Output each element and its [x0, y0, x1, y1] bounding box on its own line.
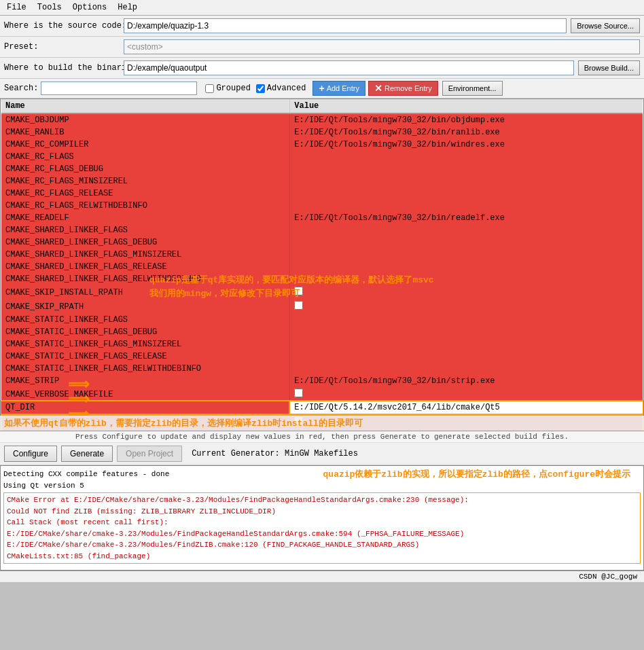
cell-value[interactable]: E:/IDE/Qt/Tools/mingw730_32/bin/windres.… — [290, 139, 643, 151]
cell-value[interactable] — [290, 249, 643, 261]
cell-value[interactable] — [290, 273, 643, 285]
table-row[interactable]: CMAKE_RC_FLAGS_MINSIZEREL — [1, 175, 643, 187]
search-input[interactable] — [41, 82, 197, 95]
log-line-6: E:/IDE/CMake/share/cmake-3.23/Modules/Fi… — [7, 528, 637, 540]
cell-value[interactable] — [290, 363, 643, 375]
table-row[interactable]: CMAKE_SHARED_LINKER_FLAGS — [1, 224, 643, 236]
grouped-checkbox[interactable] — [205, 84, 214, 93]
remove-entry-button[interactable]: ✕ Remove Entry — [368, 81, 438, 96]
advanced-checkbox[interactable] — [256, 84, 265, 93]
log-line-2: Using Qt version 5 — [3, 480, 641, 492]
open-project-button: Open Project — [117, 446, 182, 462]
table-row[interactable]: CMAKE_STATIC_LINKER_FLAGS_RELEASE — [1, 350, 643, 363]
remove-icon: ✕ — [374, 83, 382, 94]
log-container[interactable]: Detecting CXX compile features - done Us… — [0, 465, 644, 571]
table-row[interactable]: CMAKE_SHARED_LINKER_FLAGS_MINSIZEREL — [1, 249, 643, 261]
table-row[interactable]: CMAKE_STATIC_LINKER_FLAGS — [1, 314, 643, 326]
table-row[interactable]: CMAKE_STATIC_LINKER_FLAGS_MINSIZEREL — [1, 338, 643, 350]
cell-value[interactable]: E:/IDE/Qt/Tools/mingw730_32/bin/strip.ex… — [290, 375, 643, 387]
environment-button[interactable]: Environment... — [442, 81, 503, 96]
cell-value[interactable]: E:/IDE/Qt/Tools/mingw730_32/bin/objdump.… — [290, 113, 643, 126]
remove-entry-label: Remove Entry — [384, 84, 432, 92]
menu-tools[interactable]: Tools — [32, 1, 67, 14]
cell-name: CMAKE_STATIC_LINKER_FLAGS_RELWITHDEBINFO — [1, 363, 290, 375]
table-row[interactable]: CMAKE_READELFE:/IDE/Qt/Tools/mingw730_32… — [1, 212, 643, 224]
cell-value[interactable] — [290, 236, 643, 249]
cell-value[interactable] — [290, 285, 643, 300]
cell-name: CMAKE_VERBOSE_MAKEFILE — [1, 387, 290, 401]
cell-value[interactable] — [290, 224, 643, 236]
log-line-7: E:/IDE/CMake/share/cmake-3.23/Modules/Fi… — [7, 539, 637, 551]
col-value-header: Value — [290, 99, 643, 113]
cell-name: CMAKE_RC_FLAGS_MINSIZEREL — [1, 175, 290, 187]
browse-source-button[interactable]: Browse Source... — [571, 18, 640, 33]
cell-value[interactable] — [290, 200, 643, 212]
table-row[interactable]: CMAKE_RC_FLAGS_RELEASE — [1, 187, 643, 200]
cell-name: CMAKE_SHARED_LINKER_FLAGS_RELEASE — [1, 261, 290, 273]
log-line-4: Could NOT find ZLIB (missing: ZLIB_LIBRA… — [7, 506, 637, 518]
cell-value[interactable] — [290, 187, 643, 200]
statusbar: CSDN @JC_gogw — [0, 571, 644, 582]
cell-value[interactable] — [290, 387, 643, 401]
table-row[interactable]: CMAKE_RANLIBE:/IDE/Qt/Tools/mingw730_32/… — [1, 126, 643, 139]
table-row[interactable]: CMAKE_RC_FLAGS_DEBUG — [1, 163, 643, 175]
cell-name: QUAZIP_INSTALL — [1, 429, 290, 431]
cell-name: CMAKE_RC_COMPILER — [1, 139, 290, 151]
statusbar-text: CSDN @JC_gogw — [579, 573, 637, 581]
table-row[interactable]: CMAKE_STATIC_LINKER_FLAGS_RELWITHDEBINFO — [1, 363, 643, 375]
cell-value[interactable] — [290, 314, 643, 326]
cell-value[interactable] — [290, 175, 643, 187]
menu-options[interactable]: Options — [67, 1, 112, 14]
cell-value[interactable]: E:/IDE/Qt/Tools/mingw730_32/bin/ranlib.e… — [290, 126, 643, 139]
preset-input[interactable] — [124, 39, 640, 54]
cell-name: CMAKE_SKIP_INSTALL_RPATH — [1, 285, 290, 300]
table-row[interactable]: QT_DIRE:/IDE/Qt/5.14.2/msvc2017_64/lib/c… — [1, 401, 643, 414]
advanced-label: Advanced — [267, 84, 306, 93]
cell-value[interactable] — [290, 151, 643, 163]
cell-name: CMAKE_STRIP — [1, 375, 290, 387]
menu-file[interactable]: File — [1, 1, 32, 14]
cell-name: CMAKE_SHARED_LINKER_FLAGS_DEBUG — [1, 236, 290, 249]
add-entry-button[interactable]: + Add Entry — [312, 81, 365, 96]
build-input[interactable] — [124, 60, 574, 75]
cell-name: CMAKE_SHARED_LINKER_FLAGS — [1, 224, 290, 236]
table-row[interactable]: CMAKE_SHARED_LINKER_FLAGS_RELWITHDEBINFO — [1, 273, 643, 285]
browse-build-button[interactable]: Browse Build... — [578, 60, 640, 75]
cell-name: CMAKE_OBJDUMP — [1, 113, 290, 126]
cell-value[interactable] — [290, 261, 643, 273]
table-row[interactable]: CMAKE_SKIP_INSTALL_RPATH — [1, 285, 643, 300]
add-icon: + — [319, 83, 324, 94]
source-input[interactable] — [124, 18, 567, 33]
table-row[interactable]: CMAKE_RC_COMPILERE:/IDE/Qt/Tools/mingw73… — [1, 139, 643, 151]
source-label: Where is the source code: — [4, 21, 120, 31]
table-row[interactable]: CMAKE_STATIC_LINKER_FLAGS_DEBUG — [1, 326, 643, 338]
grouped-label: Grouped — [216, 84, 250, 93]
cell-value[interactable] — [290, 163, 643, 175]
cell-value[interactable] — [290, 300, 643, 314]
main-table-container[interactable]: Name Value CMAKE_OBJDUMPE:/IDE/Qt/Tools/… — [0, 98, 644, 431]
cell-value[interactable] — [290, 338, 643, 350]
search-label: Search: — [4, 84, 38, 93]
table-row[interactable]: CMAKE_RC_FLAGS — [1, 151, 643, 163]
configure-button[interactable]: Configure — [4, 446, 57, 462]
cell-value[interactable] — [290, 429, 643, 431]
table-row[interactable]: QUAZIP_INSTALL — [1, 429, 643, 431]
table-row[interactable]: CMAKE_OBJDUMPE:/IDE/Qt/Tools/mingw730_32… — [1, 113, 643, 126]
cell-value[interactable]: E:/IDE/Qt/5.14.2/msvc2017_64/lib/cmake/Q… — [290, 401, 643, 414]
menubar: File Tools Options Help — [0, 0, 644, 16]
table-row[interactable]: CMAKE_SKIP_RPATH — [1, 300, 643, 314]
cell-name: CMAKE_STATIC_LINKER_FLAGS_DEBUG — [1, 326, 290, 338]
cell-value[interactable] — [290, 326, 643, 338]
table-row[interactable]: CMAKE_STRIPE:/IDE/Qt/Tools/mingw730_32/b… — [1, 375, 643, 387]
table-row[interactable]: CMAKE_VERBOSE_MAKEFILE — [1, 387, 643, 401]
cell-value[interactable] — [290, 350, 643, 363]
menu-help[interactable]: Help — [112, 1, 143, 14]
generate-button[interactable]: Generate — [61, 446, 113, 462]
table-row[interactable]: CMAKE_RC_FLAGS_RELWITHDEBINFO — [1, 200, 643, 212]
cell-value[interactable]: E:/IDE/Qt/Tools/mingw730_32/bin/readelf.… — [290, 212, 643, 224]
col-name-header: Name — [1, 99, 290, 113]
table-row[interactable]: CMAKE_SHARED_LINKER_FLAGS_RELEASE — [1, 261, 643, 273]
table-row[interactable]: CMAKE_SHARED_LINKER_FLAGS_DEBUG — [1, 236, 643, 249]
table-row[interactable]: QUAZIP_ENABLE_TESTS — [1, 414, 643, 429]
cell-value[interactable] — [290, 414, 643, 429]
